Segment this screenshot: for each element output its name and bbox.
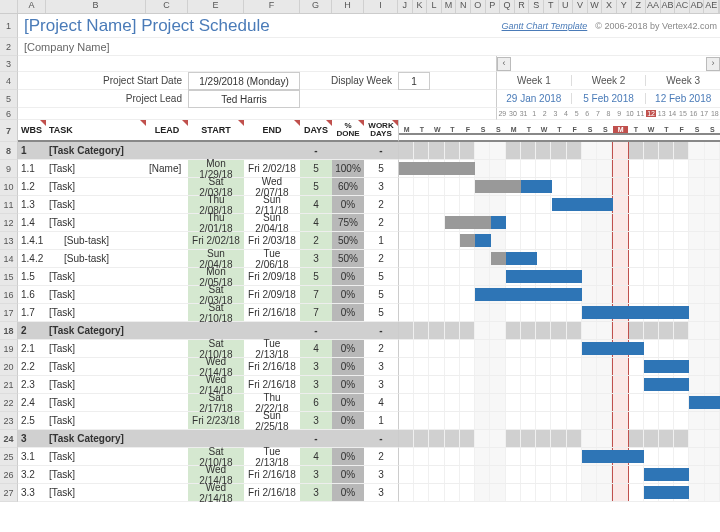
pct-cell[interactable]: 0% xyxy=(332,358,364,376)
page-title[interactable]: [Project Name] Project Schedule xyxy=(18,14,398,38)
wbs-cell[interactable]: 2.2 xyxy=(18,358,46,376)
table-row[interactable]: 81[Task Category]-- xyxy=(0,142,720,160)
row-number[interactable]: 26 xyxy=(0,466,18,484)
days-cell[interactable]: 3 xyxy=(300,484,332,502)
row-number[interactable]: 23 xyxy=(0,412,18,430)
days-cell[interactable]: 5 xyxy=(300,178,332,196)
lead-cell[interactable] xyxy=(146,448,188,466)
lead-cell[interactable] xyxy=(146,304,188,322)
row-number[interactable]: 10 xyxy=(0,178,18,196)
task-cell[interactable]: [Task] xyxy=(46,376,146,394)
task-cell[interactable]: [Task] xyxy=(46,358,146,376)
wbs-cell[interactable]: 1.7 xyxy=(18,304,46,322)
pct-cell[interactable]: 0% xyxy=(332,340,364,358)
start-cell[interactable]: Sat 2/10/18 xyxy=(188,304,244,322)
row-number[interactable]: 21 xyxy=(0,376,18,394)
pct-cell[interactable]: 0% xyxy=(332,376,364,394)
row-number[interactable]: 5 xyxy=(0,90,18,108)
task-cell[interactable]: [Task] xyxy=(46,178,146,196)
table-row[interactable]: 243[Task Category]-- xyxy=(0,430,720,448)
task-cell[interactable]: [Task Category] xyxy=(46,430,146,448)
task-cell[interactable]: [Sub-task] xyxy=(46,250,146,268)
days-cell[interactable]: 7 xyxy=(300,304,332,322)
company-name[interactable]: [Company Name] xyxy=(18,38,720,56)
end-cell[interactable]: Tue 2/13/18 xyxy=(244,340,300,358)
row-number[interactable]: 15 xyxy=(0,268,18,286)
row-number[interactable]: 16 xyxy=(0,286,18,304)
task-cell[interactable]: [Task] xyxy=(46,214,146,232)
lead-cell[interactable] xyxy=(146,322,188,340)
lead-cell[interactable] xyxy=(146,358,188,376)
header-end[interactable]: END xyxy=(244,120,300,142)
end-cell[interactable]: Fri 2/16/18 xyxy=(244,304,300,322)
start-cell[interactable]: Thu 2/01/18 xyxy=(188,214,244,232)
end-cell[interactable]: Fri 2/09/18 xyxy=(244,286,300,304)
lead-cell[interactable] xyxy=(146,250,188,268)
lead-cell[interactable] xyxy=(146,214,188,232)
wbs-cell[interactable]: 2.1 xyxy=(18,340,46,358)
days-cell[interactable]: 3 xyxy=(300,376,332,394)
days-cell[interactable]: 3 xyxy=(300,466,332,484)
end-cell[interactable] xyxy=(244,142,300,160)
days-cell[interactable]: 7 xyxy=(300,286,332,304)
wbs-cell[interactable]: 1.4 xyxy=(18,214,46,232)
task-cell[interactable]: [Task Category] xyxy=(46,322,146,340)
wbs-cell[interactable]: 1.6 xyxy=(18,286,46,304)
row-number[interactable]: 12 xyxy=(0,214,18,232)
days-cell[interactable]: 4 xyxy=(300,214,332,232)
table-row[interactable]: 222.4[Task]Sat 2/17/18Thu 2/22/1860%4 xyxy=(0,394,720,412)
table-row[interactable]: 192.1[Task]Sat 2/10/18Tue 2/13/1840%2 xyxy=(0,340,720,358)
row-number[interactable]: 1 xyxy=(0,14,18,38)
end-cell[interactable]: Fri 2/16/18 xyxy=(244,358,300,376)
wbs-cell[interactable]: 3.1 xyxy=(18,448,46,466)
task-cell[interactable]: [Task] xyxy=(46,286,146,304)
end-cell[interactable]: Fri 2/09/18 xyxy=(244,268,300,286)
end-cell[interactable]: Tue 2/13/18 xyxy=(244,448,300,466)
days-cell[interactable]: 3 xyxy=(300,358,332,376)
pct-cell[interactable]: 60% xyxy=(332,178,364,196)
project-lead-input[interactable]: Ted Harris xyxy=(188,90,300,108)
row-number[interactable]: 22 xyxy=(0,394,18,412)
table-row[interactable]: 131.4.1[Sub-task]Fri 2/02/18Fri 2/03/182… xyxy=(0,232,720,250)
pct-cell[interactable]: 50% xyxy=(332,250,364,268)
task-cell[interactable]: [Task] xyxy=(46,412,146,430)
end-cell[interactable]: Fri 2/16/18 xyxy=(244,466,300,484)
wbs-cell[interactable]: 1.3 xyxy=(18,196,46,214)
wbs-cell[interactable]: 2.5 xyxy=(18,412,46,430)
task-cell[interactable]: [Task Category] xyxy=(46,142,146,160)
pct-cell[interactable]: 0% xyxy=(332,286,364,304)
template-link[interactable]: Gantt Chart Template xyxy=(502,21,588,31)
row-number[interactable]: 24 xyxy=(0,430,18,448)
lead-cell[interactable] xyxy=(146,430,188,448)
table-row[interactable]: 91.1[Task][Name]Mon 1/29/18Fri 2/02/1851… xyxy=(0,160,720,178)
row-number[interactable]: 17 xyxy=(0,304,18,322)
wbs-cell[interactable]: 1.2 xyxy=(18,178,46,196)
row-number[interactable]: 20 xyxy=(0,358,18,376)
days-cell[interactable]: - xyxy=(300,430,332,448)
table-row[interactable]: 253.1[Task]Sat 2/10/18Tue 2/13/1840%2 xyxy=(0,448,720,466)
pct-cell[interactable]: 50% xyxy=(332,232,364,250)
row-number[interactable]: 9 xyxy=(0,160,18,178)
task-cell[interactable]: [Task] xyxy=(46,268,146,286)
pct-cell[interactable] xyxy=(332,142,364,160)
task-cell[interactable]: [Sub-task] xyxy=(46,232,146,250)
start-cell[interactable]: Fri 2/23/18 xyxy=(188,412,244,430)
pct-cell[interactable]: 0% xyxy=(332,448,364,466)
pct-cell[interactable]: 0% xyxy=(332,466,364,484)
days-cell[interactable]: 3 xyxy=(300,250,332,268)
pct-cell[interactable]: 100% xyxy=(332,160,364,178)
row-number[interactable]: 8 xyxy=(0,142,18,160)
lead-cell[interactable] xyxy=(146,484,188,502)
days-cell[interactable]: 5 xyxy=(300,160,332,178)
table-row[interactable]: 161.6[Task]Sat 2/03/18Fri 2/09/1870%5 xyxy=(0,286,720,304)
table-row[interactable]: 202.2[Task]Wed 2/14/18Fri 2/16/1830%3 xyxy=(0,358,720,376)
pct-cell[interactable]: 0% xyxy=(332,484,364,502)
row-number[interactable]: 18 xyxy=(0,322,18,340)
wbs-cell[interactable]: 1.4.1 xyxy=(18,232,46,250)
pct-cell[interactable]: 0% xyxy=(332,304,364,322)
wbs-cell[interactable]: 1.1 xyxy=(18,160,46,178)
header-wbs[interactable]: WBS xyxy=(18,120,46,142)
table-row[interactable]: 273.3[Task]Wed 2/14/18Fri 2/16/1830%3 xyxy=(0,484,720,502)
task-cell[interactable]: [Task] xyxy=(46,394,146,412)
wbs-cell[interactable]: 1 xyxy=(18,142,46,160)
